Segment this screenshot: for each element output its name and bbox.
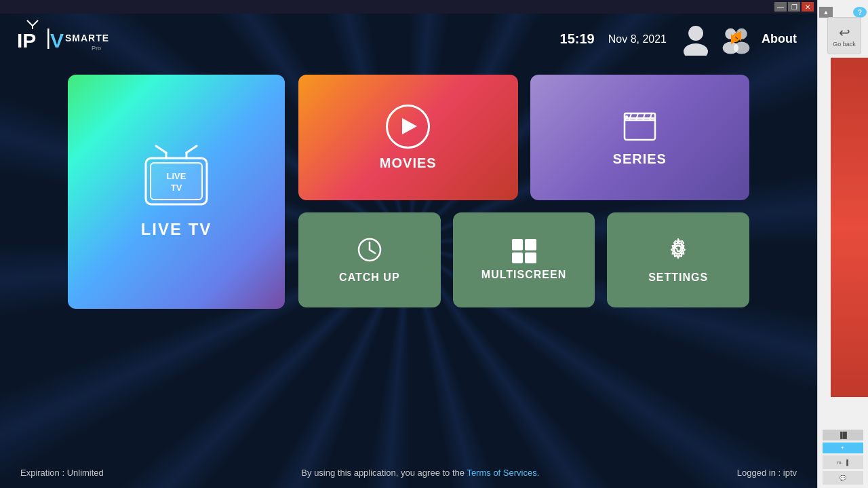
- clapperboard-icon: [621, 108, 658, 145]
- live-tv-label: LIVE TV: [141, 220, 212, 239]
- multiscreen-card[interactable]: MULTISCREEN: [453, 212, 595, 307]
- right-panel-inner: ▲ ?: [818, 0, 868, 18]
- right-panel: ▲ ? ↩ Go back ▐█ + m. ▐ 💬: [817, 0, 868, 488]
- catchup-label: CATCH UP: [339, 271, 399, 284]
- expand-btn[interactable]: +: [823, 443, 863, 453]
- svg-line-27: [650, 113, 652, 120]
- footer: Expiration : Unlimited By using this app…: [0, 468, 817, 478]
- series-label: SERIES: [613, 151, 667, 167]
- logo-svg: IP V SMARTERS Pro: [14, 19, 108, 56]
- svg-text:LIVE: LIVE: [167, 171, 186, 181]
- svg-line-25: [636, 113, 638, 120]
- movies-card[interactable]: MOVIES: [298, 75, 518, 200]
- grid-cell-4: [525, 252, 536, 264]
- play-triangle: [402, 118, 417, 134]
- current-date: Nov 8, 2021: [608, 33, 667, 45]
- panel-top-controls: ▲ ?: [819, 7, 867, 18]
- svg-point-8: [688, 26, 703, 41]
- settings-label: SETTINGS: [648, 271, 708, 284]
- expiration-text: Expiration : Unlimited: [20, 468, 104, 478]
- multiscreen-label: MULTISCREEN: [481, 269, 566, 281]
- bottom-bar-1: ▐█: [823, 430, 863, 440]
- svg-point-28: [625, 115, 628, 118]
- switch-user-avatar-icon: [721, 23, 751, 56]
- go-back-label: Go back: [833, 41, 856, 48]
- svg-text:V: V: [50, 29, 64, 52]
- svg-line-1: [33, 20, 38, 26]
- terms-link[interactable]: Terms of Services.: [467, 468, 539, 478]
- live-tv-icon: LIVE TV: [136, 145, 217, 209]
- minimize-button[interactable]: —: [774, 2, 787, 12]
- svg-rect-19: [151, 163, 202, 200]
- bottom-cards-row: CATCH UP MULTISCREEN: [298, 212, 749, 307]
- time-date: 15:19 Nov 8, 2021: [560, 31, 667, 47]
- right-cards-grid: MOVIES: [298, 75, 749, 309]
- about-button[interactable]: About: [762, 32, 797, 46]
- header-right: 15:19 Nov 8, 2021: [560, 22, 797, 56]
- live-tv-card[interactable]: LIVE TV LIVE TV: [68, 75, 285, 309]
- logged-in-text: Logged in : iptv: [737, 468, 797, 478]
- bottom-status: m. ▐: [823, 455, 863, 469]
- user-icon[interactable]: [680, 22, 711, 56]
- svg-text:SMARTERS: SMARTERS: [65, 33, 108, 43]
- svg-point-13: [734, 41, 749, 54]
- user-avatar-icon: [682, 23, 710, 56]
- svg-text:TV: TV: [171, 183, 182, 193]
- play-icon: [386, 105, 430, 149]
- current-time: 15:19: [560, 31, 595, 47]
- catchup-card[interactable]: CATCH UP: [298, 212, 441, 307]
- svg-line-14: [156, 146, 166, 153]
- header: IP V SMARTERS Pro 15:19 Nov 8, 2021: [0, 14, 817, 61]
- svg-text:IP: IP: [17, 29, 36, 52]
- chat-icon[interactable]: 💬: [823, 471, 863, 485]
- svg-text:Pro: Pro: [92, 45, 101, 52]
- question-mark-btn[interactable]: ?: [853, 7, 867, 18]
- arrow-up-btn[interactable]: ▲: [819, 7, 833, 18]
- go-back-button[interactable]: ↩ Go back: [827, 17, 861, 54]
- svg-point-9: [684, 43, 708, 56]
- svg-rect-4: [47, 29, 50, 49]
- movies-label: MOVIES: [380, 155, 437, 171]
- logo: IP V SMARTERS Pro: [14, 19, 108, 59]
- clock-icon: [356, 236, 383, 266]
- switch-user-icon[interactable]: [721, 22, 751, 56]
- close-button[interactable]: ✕: [802, 2, 814, 12]
- gear-icon: [665, 236, 692, 266]
- settings-card[interactable]: SETTINGS: [607, 212, 749, 307]
- svg-rect-22: [625, 118, 655, 140]
- titlebar: — ❐ ✕: [0, 0, 817, 14]
- red-strip: [831, 58, 868, 397]
- grid-cell-2: [525, 239, 536, 250]
- header-icons: About: [680, 22, 797, 56]
- svg-line-0: [27, 20, 33, 26]
- top-cards-row: MOVIES: [298, 75, 749, 200]
- svg-line-16: [186, 146, 197, 153]
- terms-text: By using this application, you agree to …: [301, 468, 539, 478]
- grid-cell-1: [512, 239, 524, 250]
- restore-button[interactable]: ❐: [788, 2, 800, 12]
- svg-line-31: [370, 250, 375, 253]
- multiscreen-grid-icon: [512, 239, 536, 263]
- svg-line-26: [643, 113, 645, 120]
- svg-line-24: [629, 113, 631, 120]
- series-card[interactable]: SERIES: [530, 75, 750, 200]
- main-content: LIVE TV LIVE TV MOVIES: [0, 61, 817, 322]
- panel-bottom: ▐█ + m. ▐ 💬: [817, 430, 868, 485]
- go-back-arrow-icon: ↩: [839, 24, 850, 41]
- grid-cell-3: [512, 252, 524, 264]
